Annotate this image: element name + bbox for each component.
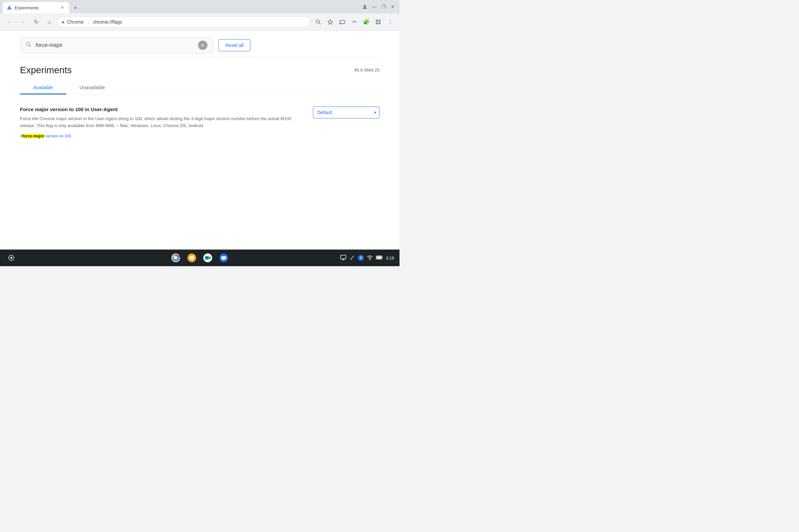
url-address: chrome://flags — [93, 19, 122, 25]
screen-icon — [340, 254, 347, 261]
svg-line-13 — [30, 45, 31, 47]
flag-link-prefix: # — [20, 134, 22, 138]
magnify-icon — [315, 19, 321, 25]
search-input[interactable]: force-major — [36, 42, 194, 48]
search-icon — [26, 42, 32, 49]
search-svg — [26, 42, 32, 48]
svg-point-30 — [369, 259, 370, 260]
search-box: force-major ✕ — [20, 37, 213, 53]
taskbar-notification — [340, 254, 347, 262]
flag-link-suffix: -version-to-100 — [44, 134, 71, 138]
svg-marker-0 — [7, 6, 11, 9]
select-wrapper: Default Enabled Disabled ▾ — [313, 107, 379, 118]
tab-unavailable[interactable]: Unavailable — [66, 81, 118, 94]
toolbar-icons: ✂ 🧩 ⋮ — [313, 17, 395, 27]
flag-title: Force major version to 100 in User-Agent — [20, 107, 300, 112]
url-secure-icon: ● — [61, 19, 64, 25]
tab-available[interactable]: Available — [20, 81, 66, 94]
taskbar-right: 3 3:18 — [340, 254, 394, 262]
reset-all-button[interactable]: Reset all — [218, 39, 250, 51]
forward-button[interactable]: → — [17, 17, 28, 27]
search-area: force-major ✕ Reset all — [20, 31, 379, 57]
svg-rect-8 — [376, 20, 378, 22]
battery-svg — [376, 255, 383, 260]
svg-point-12 — [26, 42, 30, 45]
flag-select[interactable]: Default Enabled Disabled — [313, 107, 379, 118]
flag-link-highlight: force-major — [22, 134, 44, 138]
search-toolbar-icon[interactable] — [313, 17, 323, 27]
address-bar: ← → ↻ ⌂ ● Chrome | chrome://flags ✂ 🧩 — [0, 13, 400, 31]
taskbar: 3 3:18 — [0, 249, 400, 266]
refresh-button[interactable]: ↻ — [31, 17, 41, 27]
url-divider: | — [88, 19, 89, 25]
flag-section: Force major version to 100 in User-Agent… — [20, 94, 379, 151]
launcher-icon — [8, 254, 15, 262]
profile-icon — [362, 4, 368, 9]
files-icon — [187, 253, 197, 263]
menu-icon[interactable]: ⋮ — [385, 17, 395, 27]
extension2-icon[interactable] — [373, 17, 384, 27]
flag-info: Force major version to 100 in User-Agent… — [20, 107, 300, 139]
svg-rect-11 — [378, 22, 380, 24]
flag-entry: Force major version to 100 in User-Agent… — [20, 102, 379, 143]
minimize-button[interactable] — [361, 3, 369, 11]
chat-icon — [219, 253, 229, 263]
svg-rect-9 — [378, 20, 380, 22]
url-bar[interactable]: ● Chrome | chrome://flags — [57, 16, 310, 27]
tab-title: Experiments — [15, 5, 39, 10]
ext-icon — [375, 19, 381, 25]
star-icon — [327, 19, 333, 25]
close-window-button[interactable]: ✕ — [389, 3, 397, 11]
stylus-icon — [349, 254, 355, 261]
svg-rect-10 — [376, 22, 378, 24]
window-controls: — ❐ ✕ — [361, 3, 397, 11]
wifi-status-icon — [367, 255, 373, 261]
taskbar-chat[interactable] — [218, 252, 230, 264]
cast-icon[interactable] — [337, 17, 348, 27]
title-bar: Experiments ✕ + — ❐ ✕ — [0, 0, 400, 13]
svg-rect-32 — [382, 257, 383, 258]
version-label: 96.0.4664.25 — [354, 65, 379, 73]
meet-icon — [203, 253, 213, 263]
svg-point-3 — [316, 20, 320, 23]
url-protocol: Chrome — [67, 19, 83, 25]
svg-line-4 — [319, 23, 321, 24]
taskbar-chrome[interactable] — [170, 252, 182, 264]
bookmark-icon[interactable] — [325, 17, 336, 27]
svg-point-2 — [364, 5, 366, 7]
svg-point-18 — [174, 256, 178, 260]
maximize-window-button[interactable]: ❐ — [379, 3, 388, 11]
time-display: 3:18 — [386, 255, 394, 261]
home-button[interactable]: ⌂ — [44, 17, 55, 27]
page-content: force-major ✕ Reset all Experiments 96.0… — [0, 31, 400, 249]
svg-rect-22 — [205, 256, 209, 260]
search-clear-button[interactable]: ✕ — [198, 41, 207, 50]
battery-icon — [376, 255, 383, 261]
tab-close-button[interactable]: ✕ — [59, 5, 65, 11]
cast-svg — [339, 19, 346, 25]
taskbar-stylus — [349, 254, 355, 262]
flag-description: Force the Chrome major version in the Us… — [20, 115, 300, 129]
taskbar-left — [5, 252, 17, 264]
wifi-svg — [367, 255, 373, 260]
taskbar-launcher[interactable] — [5, 252, 17, 264]
browser-tab[interactable]: Experiments ✕ — [3, 2, 69, 13]
svg-line-28 — [351, 256, 354, 259]
back-button[interactable]: ← — [4, 17, 15, 27]
page-title: Experiments — [20, 65, 72, 76]
flag-link[interactable]: #force-major-version-to-100 — [20, 134, 71, 138]
taskbar-files[interactable] — [186, 252, 198, 264]
new-tab-button[interactable]: + — [71, 3, 80, 13]
flag-control: Default Enabled Disabled ▾ — [313, 107, 379, 118]
notification-badge: 3 — [358, 255, 364, 261]
puzzle-icon[interactable]: 🧩 — [361, 17, 372, 27]
taskbar-meet[interactable] — [202, 252, 214, 264]
minimize-window-button[interactable]: — — [370, 3, 378, 11]
svg-rect-33 — [376, 256, 381, 259]
tab-favicon — [7, 5, 12, 10]
scissors-icon[interactable]: ✂ — [349, 17, 359, 27]
svg-point-7 — [340, 23, 341, 24]
svg-point-15 — [10, 257, 12, 259]
chrome-icon — [171, 253, 181, 263]
experiments-header: Experiments 96.0.4664.25 — [20, 57, 379, 78]
